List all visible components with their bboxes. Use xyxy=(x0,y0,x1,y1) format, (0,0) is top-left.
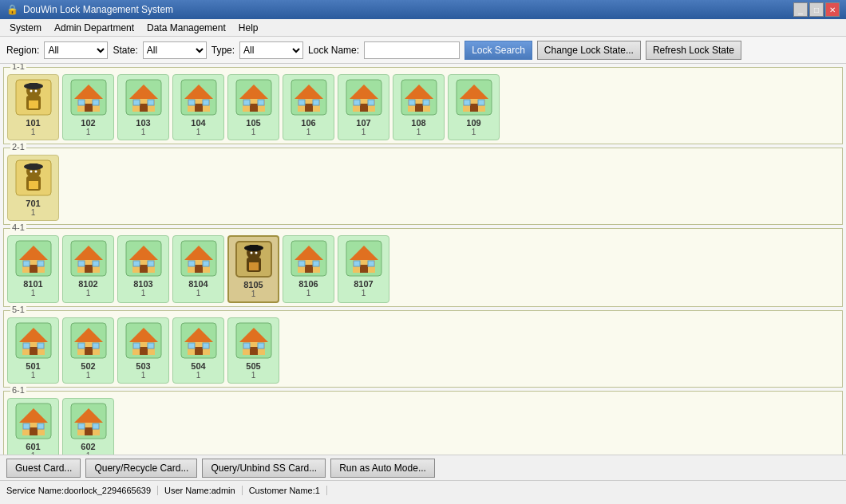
lock-search-button[interactable]: Lock Search xyxy=(465,41,532,60)
lock-count: 1 xyxy=(31,371,36,380)
menu-admin[interactable]: Admin Department xyxy=(48,21,140,35)
lock-item[interactable]: 1021 xyxy=(62,74,114,140)
lock-number: 602 xyxy=(81,442,95,451)
lock-count: 1 xyxy=(31,128,36,136)
svg-point-62 xyxy=(34,171,37,173)
lock-count: 1 xyxy=(251,128,256,136)
svg-rect-53 xyxy=(470,104,478,112)
svg-rect-100 xyxy=(298,261,305,266)
lock-item[interactable]: 81041 xyxy=(172,235,224,303)
query-recycle-button[interactable]: Query/Recycle Card... xyxy=(85,459,197,478)
lock-item[interactable]: 1051 xyxy=(227,74,279,140)
type-select[interactable]: All xyxy=(239,41,303,59)
lock-item[interactable]: 5041 xyxy=(172,317,224,384)
svg-point-61 xyxy=(30,171,32,173)
lockname-input[interactable] xyxy=(364,41,460,59)
menu-bar: System Admin Department Data Management … xyxy=(0,19,846,37)
lock-item[interactable]: 1061 xyxy=(283,74,334,140)
svg-rect-86 xyxy=(188,261,195,266)
menu-data[interactable]: Data Management xyxy=(140,21,232,35)
lock-item[interactable]: 5031 xyxy=(117,317,169,384)
state-select[interactable]: All xyxy=(143,41,207,59)
svg-rect-101 xyxy=(313,261,319,266)
svg-rect-54 xyxy=(464,100,470,105)
svg-rect-36 xyxy=(298,100,305,105)
svg-rect-147 xyxy=(85,427,93,435)
close-button[interactable]: ✕ xyxy=(825,2,840,17)
lock-item[interactable]: 6011 xyxy=(7,398,59,455)
lock-count: 1 xyxy=(86,451,91,455)
svg-rect-41 xyxy=(360,104,368,112)
lock-item[interactable]: 5021 xyxy=(62,317,114,384)
svg-rect-19 xyxy=(148,100,154,105)
lock-item[interactable]: 1031 xyxy=(117,74,169,140)
lock-item[interactable]: 81021 xyxy=(62,235,114,303)
svg-rect-29 xyxy=(250,104,258,112)
main-content: 1-1 1011 1021 xyxy=(0,64,846,455)
region-label: Region: xyxy=(6,45,39,56)
lock-count: 1 xyxy=(196,289,201,297)
svg-rect-105 xyxy=(360,265,368,273)
menu-system[interactable]: System xyxy=(3,21,48,35)
svg-rect-23 xyxy=(195,104,203,112)
lock-number: 8106 xyxy=(298,279,318,289)
lock-item[interactable]: 81011 xyxy=(7,235,59,303)
lock-item[interactable]: 1071 xyxy=(338,74,389,140)
lock-item[interactable]: 81031 xyxy=(117,235,169,303)
lock-number: 105 xyxy=(246,118,260,128)
lock-item[interactable]: 7011 xyxy=(7,155,59,221)
region-select[interactable]: All xyxy=(44,41,108,59)
lock-item[interactable]: 1091 xyxy=(448,74,500,140)
lock-count: 1 xyxy=(31,451,36,455)
svg-rect-68 xyxy=(23,261,30,266)
lock-item[interactable]: 5051 xyxy=(227,317,279,384)
svg-rect-92 xyxy=(250,245,258,249)
lock-number: 106 xyxy=(301,118,315,128)
lock-item[interactable]: 81061 xyxy=(283,235,334,303)
run-auto-mode-button[interactable]: Run as Auto Mode... xyxy=(330,459,435,478)
query-unbind-button[interactable]: Query/Unbind SS Card... xyxy=(202,459,326,478)
title-icon: 🔒 xyxy=(6,4,18,15)
svg-rect-25 xyxy=(203,100,209,105)
svg-rect-73 xyxy=(85,265,93,273)
lock-count: 1 xyxy=(86,289,91,297)
section-label: 5-1 xyxy=(10,305,26,314)
change-lock-state-button[interactable]: Change Lock State... xyxy=(537,41,641,60)
svg-rect-12 xyxy=(78,100,85,105)
svg-rect-55 xyxy=(478,100,484,105)
lock-number: 701 xyxy=(26,199,40,208)
lock-item[interactable]: 6021 xyxy=(62,398,114,455)
lock-item[interactable]: 1011 xyxy=(7,74,59,140)
lock-number: 108 xyxy=(411,118,425,128)
lock-number: 504 xyxy=(191,361,205,371)
lock-number: 101 xyxy=(26,118,40,128)
lock-number: 8107 xyxy=(354,279,373,289)
section-items: 81011 81021 81031 xyxy=(7,232,839,303)
lock-item[interactable]: 1081 xyxy=(393,74,445,140)
section-label: 4-1 xyxy=(10,222,26,232)
lock-item[interactable]: 81071 xyxy=(338,235,389,303)
lock-number: 502 xyxy=(81,361,95,371)
svg-rect-11 xyxy=(85,104,93,112)
svg-rect-141 xyxy=(30,427,38,435)
svg-rect-60 xyxy=(30,163,38,167)
svg-rect-17 xyxy=(140,104,148,112)
svg-rect-81 xyxy=(148,261,154,266)
section-items: 7011 xyxy=(7,152,839,221)
svg-rect-74 xyxy=(78,261,85,266)
guest-card-button[interactable]: Guest Card... xyxy=(6,459,81,478)
svg-rect-85 xyxy=(195,265,203,273)
maximize-button[interactable]: □ xyxy=(809,2,824,17)
svg-rect-119 xyxy=(93,343,99,348)
refresh-lock-state-button[interactable]: Refresh Lock State xyxy=(646,41,741,60)
lock-count: 1 xyxy=(306,289,311,297)
minimize-button[interactable]: _ xyxy=(793,2,808,17)
lock-item[interactable]: 81051 xyxy=(227,235,279,303)
lock-item[interactable]: 5011 xyxy=(7,317,59,384)
svg-rect-7 xyxy=(29,100,38,108)
menu-help[interactable]: Help xyxy=(232,21,265,35)
svg-rect-135 xyxy=(250,347,258,355)
lock-item[interactable]: 1041 xyxy=(172,74,224,140)
svg-rect-24 xyxy=(188,100,195,105)
svg-rect-142 xyxy=(23,423,30,429)
